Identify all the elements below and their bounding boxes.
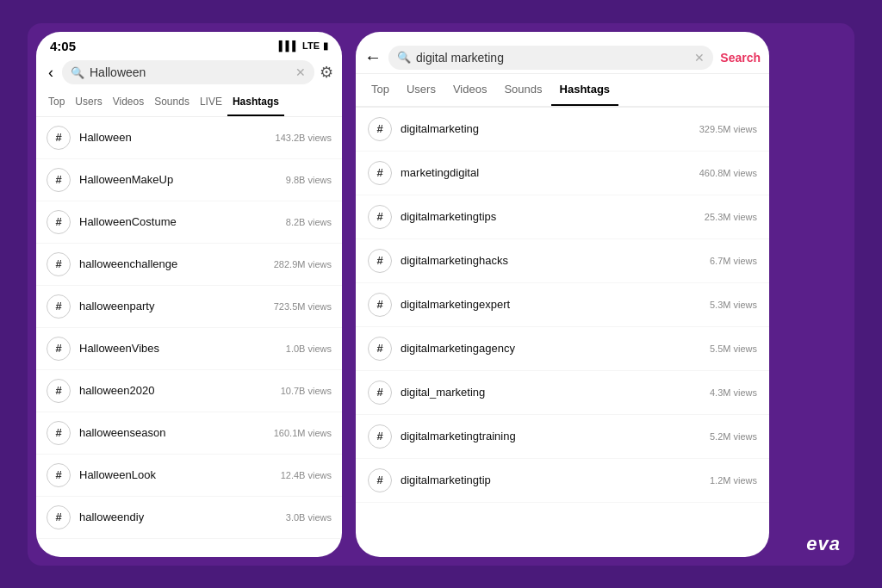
hashtag-views: 3.0B views	[286, 512, 332, 523]
list-item[interactable]: # halloweenseason 160.1M views	[36, 412, 342, 455]
search-icon: 🔍	[71, 66, 84, 79]
hash-icon: #	[47, 379, 71, 403]
list-item[interactable]: # digitalmarketingtips 25.3M views	[356, 195, 769, 239]
hashtag-name: HalloweenVibes	[79, 342, 277, 355]
back-button[interactable]: ‹	[45, 60, 57, 85]
right-tab-hashtags[interactable]: Hashtags	[551, 74, 619, 106]
lte-label: LTE	[302, 40, 320, 51]
hashtag-name: halloweendiy	[79, 511, 277, 523]
hashtag-name: halloweenchallenge	[79, 257, 265, 270]
filter-icon[interactable]: ⚙	[320, 63, 333, 82]
list-item[interactable]: # digitalmarketingagency 5.5M views	[356, 327, 769, 371]
hashtag-views: 329.5M views	[699, 124, 757, 134]
hash-icon: #	[368, 381, 392, 405]
right-tabs-row: Top Users Videos Sounds Hashtags	[356, 74, 769, 108]
list-item[interactable]: # HalloweenVibes 1.0B views	[36, 328, 342, 370]
hashtag-views: 6.7M views	[710, 256, 757, 266]
right-tab-top[interactable]: Top	[363, 74, 398, 106]
right-tab-sounds[interactable]: Sounds	[495, 74, 550, 106]
hashtag-name: digitalmarketingagency	[401, 342, 701, 355]
hash-icon: #	[368, 293, 392, 317]
hash-icon: #	[47, 463, 71, 487]
hash-icon: #	[47, 126, 71, 150]
list-item[interactable]: # Halloween 143.2B views	[36, 117, 342, 159]
tab-top[interactable]: Top	[43, 89, 70, 116]
list-item[interactable]: # halloweendiy 3.0B views	[36, 497, 342, 539]
hashtag-views: 10.7B views	[281, 386, 332, 396]
list-item[interactable]: # digitalmarketingtip 1.2M views	[356, 459, 769, 503]
hashtag-name: HalloweenMakeUp	[79, 173, 277, 186]
hashtag-name: digitalmarketingtips	[401, 210, 696, 223]
right-tab-videos[interactable]: Videos	[444, 74, 496, 106]
status-icons: ▌▌▌ LTE ▮	[279, 40, 328, 52]
hash-icon: #	[47, 421, 71, 445]
right-search-row: ← 🔍 digital marketing ✕ Search	[356, 42, 769, 74]
list-item[interactable]: # HalloweenLook 12.4B views	[36, 455, 342, 497]
signal-icon: ▌▌▌	[279, 40, 299, 51]
left-search-bar: ‹ 🔍 Halloween ✕ ⚙	[36, 57, 342, 89]
list-item[interactable]: # halloween2020 10.7B views	[36, 370, 342, 412]
list-item[interactable]: # digitalmarketingexpert 5.3M views	[356, 283, 769, 327]
hash-icon: #	[368, 161, 392, 185]
hash-icon: #	[47, 294, 71, 319]
right-tab-users[interactable]: Users	[398, 74, 444, 106]
battery-icon: ▮	[323, 40, 328, 52]
right-hashtag-list: # digitalmarketing 329.5M views # market…	[356, 108, 769, 534]
tab-sounds[interactable]: Sounds	[149, 89, 195, 116]
hash-icon: #	[368, 468, 392, 492]
hashtag-name: digitalmarketingexpert	[401, 298, 701, 311]
list-item[interactable]: # digitalmarketingtraining 5.2M views	[356, 415, 769, 459]
hashtag-views: 25.3M views	[705, 212, 757, 222]
hashtag-name: halloween2020	[79, 384, 272, 397]
hash-icon: #	[368, 205, 392, 229]
hashtag-views: 9.8B views	[286, 175, 332, 185]
tab-hashtags[interactable]: Hashtags	[227, 89, 284, 116]
hash-icon: #	[368, 424, 392, 449]
left-phone: 4:05 ▌▌▌ LTE ▮ ‹ 🔍 Halloween ✕ ⚙ Top Use…	[36, 32, 342, 557]
clear-button[interactable]: ✕	[295, 65, 306, 79]
list-item[interactable]: # halloweenparty 723.5M views	[36, 286, 342, 328]
hash-icon: #	[47, 210, 71, 234]
list-item[interactable]: # marketingdigital 460.8M views	[356, 152, 769, 195]
hashtag-views: 12.4B views	[281, 470, 332, 480]
eva-logo: eva	[806, 533, 841, 555]
list-item[interactable]: # halloweenchallenge 282.9M views	[36, 244, 342, 286]
right-status-bar	[356, 32, 769, 42]
list-item[interactable]: # HalloweenCostume 8.2B views	[36, 201, 342, 244]
left-search-input-wrap[interactable]: 🔍 Halloween ✕	[62, 60, 314, 84]
hashtag-name: Halloween	[79, 131, 267, 144]
left-hashtag-list: # Halloween 143.2B views # HalloweenMake…	[36, 117, 342, 539]
hash-icon: #	[47, 337, 71, 361]
hashtag-views: 160.1M views	[274, 428, 332, 438]
list-item[interactable]: # digitalmarketing 329.5M views	[356, 108, 769, 152]
hashtag-views: 1.0B views	[286, 344, 332, 354]
list-item[interactable]: # HalloweenMakeUp 9.8B views	[36, 159, 342, 201]
right-search-input-wrap[interactable]: 🔍 digital marketing ✕	[388, 46, 713, 70]
hashtag-name: digitalmarketingtraining	[401, 430, 701, 443]
tab-videos[interactable]: Videos	[108, 89, 149, 116]
hashtag-views: 8.2B views	[286, 217, 332, 227]
tab-users[interactable]: Users	[70, 89, 107, 116]
tab-live[interactable]: LIVE	[195, 89, 227, 116]
hashtag-name: digitalmarketinghacks	[401, 254, 701, 267]
hashtag-views: 5.5M views	[710, 344, 757, 354]
hashtag-name: halloweenseason	[79, 426, 265, 439]
search-button[interactable]: Search	[720, 51, 761, 65]
right-back-button[interactable]: ←	[364, 47, 382, 67]
hash-icon: #	[47, 252, 71, 276]
hashtag-views: 1.2M views	[710, 475, 757, 486]
hash-icon: #	[47, 505, 71, 529]
hash-icon: #	[368, 249, 392, 273]
left-status-bar: 4:05 ▌▌▌ LTE ▮	[36, 32, 342, 57]
right-search-text: digital marketing	[416, 51, 689, 65]
list-item[interactable]: # digitalmarketinghacks 6.7M views	[356, 239, 769, 283]
hashtag-views: 282.9M views	[274, 259, 332, 269]
right-clear-button[interactable]: ✕	[694, 51, 705, 65]
list-item[interactable]: # digital_marketing 4.3M views	[356, 371, 769, 415]
hashtag-views: 5.3M views	[710, 300, 757, 310]
right-search-icon: 🔍	[397, 51, 411, 64]
hash-icon: #	[368, 337, 392, 361]
hashtag-views: 460.8M views	[699, 168, 757, 178]
hashtag-name: halloweenparty	[79, 300, 265, 313]
hashtag-name: digitalmarketingtip	[401, 473, 701, 486]
